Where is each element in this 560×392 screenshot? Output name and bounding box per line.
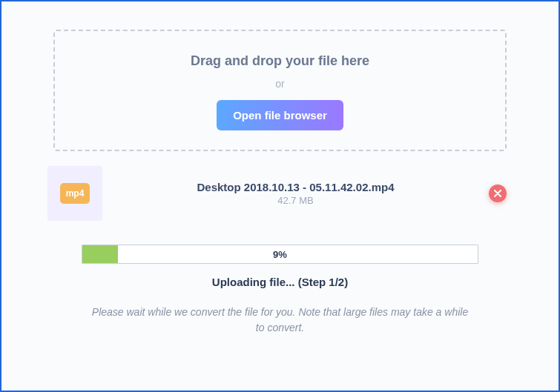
file-size: 42.7 MB (102, 195, 489, 206)
file-info: Desktop 2018.10.13 - 05.11.42.02.mp4 42.… (102, 181, 489, 206)
progress-percent-label: 9% (82, 245, 478, 263)
progress-bar: 9% (82, 245, 478, 264)
drop-zone-title: Drag and drop your file here (70, 53, 490, 69)
upload-status: Uploading file... (Step 1/2) (82, 276, 478, 288)
progress-section: 9% Uploading file... (Step 1/2) Please w… (53, 245, 507, 336)
file-icon-wrap: mp4 (47, 166, 102, 221)
drop-zone-or: or (70, 78, 490, 90)
file-entry: mp4 Desktop 2018.10.13 - 05.11.42.02.mp4… (53, 166, 507, 221)
remove-file-button[interactable] (489, 185, 507, 202)
upload-note: Please wait while we convert the file fo… (82, 305, 478, 336)
close-icon (494, 190, 501, 197)
file-name: Desktop 2018.10.13 - 05.11.42.02.mp4 (102, 181, 489, 193)
open-file-browser-button[interactable]: Open file browser (217, 100, 343, 130)
drop-zone[interactable]: Drag and drop your file here or Open fil… (53, 30, 507, 151)
upload-panel: Drag and drop your file here or Open fil… (0, 0, 560, 392)
file-type-badge: mp4 (60, 183, 90, 204)
